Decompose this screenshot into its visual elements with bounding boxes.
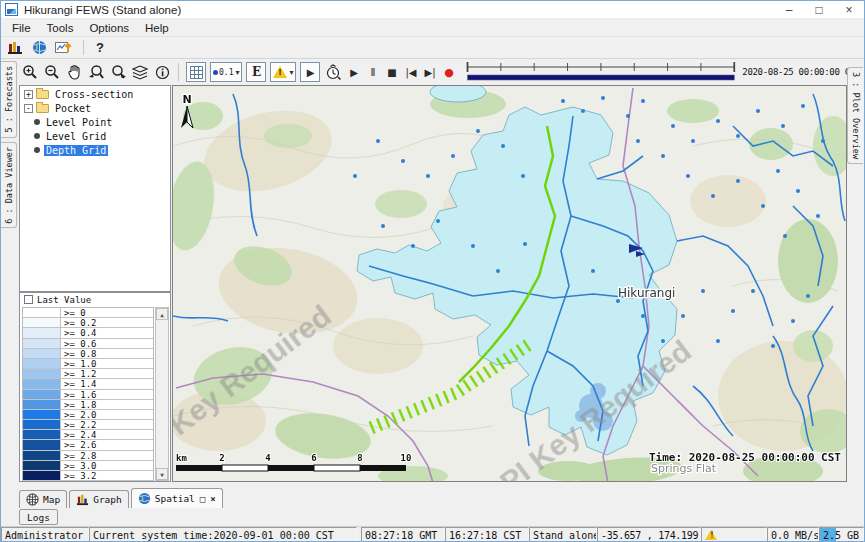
layers-icon[interactable]: [130, 62, 150, 82]
scroll-up-icon[interactable]: ▲: [156, 308, 168, 320]
play-button[interactable]: ▶: [344, 62, 363, 82]
tree-item-level-point[interactable]: Level Point: [44, 117, 114, 128]
menu-tools[interactable]: Tools: [39, 21, 82, 35]
menu-help[interactable]: Help: [137, 21, 177, 35]
last-value-checkbox[interactable]: [24, 295, 33, 304]
tree-row[interactable]: Level Point: [20, 116, 170, 128]
map-svg: API Key Required API Key Required N Hiku…: [173, 86, 847, 482]
legend-threshold: >= 0.8: [61, 349, 153, 358]
tree-item-depth-grid[interactable]: Depth Grid: [44, 145, 108, 156]
legend-threshold: >= 1.0: [61, 359, 153, 368]
animation-timer-icon[interactable]: [323, 62, 343, 82]
stop-button[interactable]: ■: [382, 62, 401, 82]
warning-triangle-icon: [705, 530, 717, 540]
step-back-icon: |◀: [405, 67, 416, 78]
tab-maximize-icon[interactable]: □: [200, 494, 205, 504]
legend-row: >= 2.4: [23, 430, 153, 440]
legend-row: >= 2.8: [23, 451, 153, 461]
info-icon[interactable]: [152, 62, 172, 82]
status-gmt-time: 08:27:18 GMT: [361, 527, 445, 542]
legend-row: >= 1.4: [23, 379, 153, 389]
tree-row[interactable]: Depth Grid: [20, 144, 170, 156]
zoom-in-icon[interactable]: [20, 62, 40, 82]
legend-swatch: [23, 369, 61, 378]
legend-swatch: [23, 349, 61, 358]
timeline-datetime: 2020-08-25 00:00:00 CST: [742, 67, 860, 77]
maximize-button[interactable]: □: [804, 1, 834, 18]
tree-row[interactable]: + Cross-section: [20, 88, 170, 100]
legend-swatch: [23, 430, 61, 439]
tab-forecasts[interactable]: 5 : Forecasts: [1, 61, 17, 138]
map-canvas[interactable]: API Key Required API Key Required N Hiku…: [172, 85, 847, 482]
close-button[interactable]: ×: [834, 1, 864, 18]
chevron-down-icon: ▾: [235, 68, 239, 77]
legend-threshold: >= 1.8: [61, 400, 153, 409]
legend-swatch: [23, 318, 61, 327]
layers-tree-panel: + Cross-section - Pocket Level Point Lev…: [19, 85, 171, 292]
tab-plot-overview[interactable]: 3 : Plot Overview: [847, 67, 863, 164]
left-tab-strip: 5 : Forecasts 6 : Data Viewer: [1, 61, 18, 232]
help-icon[interactable]: ?: [90, 39, 110, 56]
legend-swatch: [23, 308, 61, 317]
collapse-icon[interactable]: -: [24, 104, 33, 113]
legend-threshold: >= 0: [61, 308, 153, 317]
legend-row: >= 3.2: [23, 471, 153, 481]
scroll-down-icon[interactable]: ▼: [156, 468, 168, 480]
warning-thresholds-button[interactable]: ▾: [270, 62, 296, 82]
map-display-globe-icon[interactable]: [29, 39, 49, 56]
legend-row: >= 0: [23, 308, 153, 318]
pause-button[interactable]: Ⅱ: [363, 62, 382, 82]
tree-item-cross-section[interactable]: Cross-section: [53, 89, 135, 100]
tab-forecasts-label: 5 : Forecasts: [3, 62, 15, 137]
legend-scrollbar[interactable]: ▲ ▼: [155, 307, 169, 481]
menu-bar: File Tools Options Help: [1, 20, 864, 37]
legend-threshold: >= 0.2: [61, 318, 153, 327]
scale-tick-label: 10: [401, 453, 412, 463]
timeseries-dialog-icon[interactable]: [53, 39, 73, 56]
tab-spatial[interactable]: Spatial □ ×: [131, 488, 223, 508]
tree-row[interactable]: Level Grid: [20, 130, 170, 142]
map-toolbar: 0.1 ▾ E ▾ ▶ ▶ Ⅱ ■ |◀ ▶| ●: [19, 59, 862, 85]
legend-row: >= 3.0: [23, 461, 153, 471]
tab-close-icon[interactable]: ×: [210, 494, 215, 504]
tree-item-level-grid[interactable]: Level Grid: [44, 131, 108, 142]
logs-button[interactable]: Logs: [19, 509, 58, 525]
status-warning-cell[interactable]: [701, 527, 767, 542]
menu-file[interactable]: File: [4, 21, 39, 35]
threshold-dot-icon: [213, 70, 218, 75]
folder-icon: [36, 104, 49, 113]
animation-movie-button[interactable]: ▶: [300, 62, 320, 82]
step-forward-button[interactable]: ▶|: [420, 62, 439, 82]
zoom-next-icon[interactable]: [108, 62, 128, 82]
legend-row: >= 1.8: [23, 400, 153, 410]
tab-graph-label: Graph: [93, 494, 122, 505]
zoom-previous-icon[interactable]: [86, 62, 106, 82]
tab-spatial-label: Spatial: [155, 493, 195, 504]
pan-hand-icon[interactable]: [64, 62, 84, 82]
grid-display-button[interactable]: [186, 62, 206, 82]
stop-icon: ■: [387, 67, 396, 78]
tab-graph[interactable]: Graph: [69, 490, 129, 508]
contour-threshold-button[interactable]: 0.1 ▾: [210, 62, 242, 82]
folder-icon: [36, 90, 49, 99]
zoom-out-icon[interactable]: [42, 62, 62, 82]
tree-row[interactable]: - Pocket: [20, 102, 170, 114]
minimize-button[interactable]: –: [774, 1, 804, 18]
status-memory: 2.5 GB: [819, 527, 864, 542]
classification-legend-button[interactable]: E: [246, 62, 266, 82]
legend-swatch: [23, 379, 61, 388]
spatial-display-workspace: 0.1 ▾ E ▾ ▶ ▶ Ⅱ ■ |◀ ▶| ●: [1, 58, 864, 488]
expand-icon[interactable]: +: [24, 90, 33, 99]
tab-data-viewer[interactable]: 6 : Data Viewer: [1, 142, 17, 229]
time-slider[interactable]: [464, 60, 738, 84]
scale-tick-label: 6: [311, 453, 316, 463]
step-back-button[interactable]: |◀: [401, 62, 420, 82]
legend-threshold: >= 2.8: [61, 451, 153, 460]
record-button[interactable]: ●: [439, 62, 458, 82]
menu-options[interactable]: Options: [81, 21, 137, 35]
database-explorer-icon[interactable]: [5, 39, 25, 56]
legend-threshold: >= 1.6: [61, 390, 153, 399]
last-value-label: Last Value: [37, 295, 91, 305]
tree-item-pocket[interactable]: Pocket: [53, 103, 93, 114]
tab-map[interactable]: Map: [19, 490, 67, 508]
